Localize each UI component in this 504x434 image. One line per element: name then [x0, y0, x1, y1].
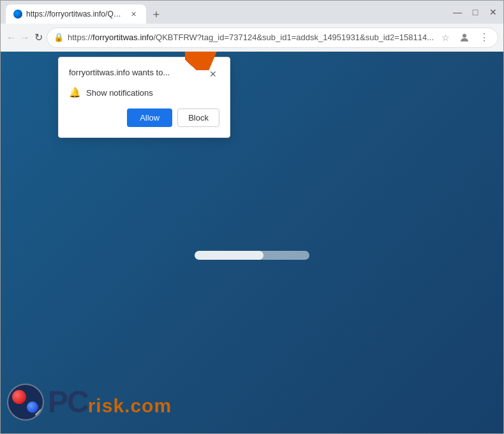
popup-buttons: Allow Block — [69, 108, 219, 127]
url-protocol: https:// — [68, 33, 93, 42]
brand-text: PC risk.com — [48, 387, 172, 417]
popup-title: forryortitwas.info wants to... — [69, 68, 207, 77]
title-bar: https://forryortitwas.info/QKBTF... ✕ + … — [1, 1, 503, 24]
tab-favicon — [13, 10, 22, 19]
progress-bar — [195, 251, 309, 260]
notification-row: 🔔 Show notifications — [69, 87, 219, 98]
page-background: forryortitwas.info wants to... ✕ 🔔 Show … — [1, 52, 503, 433]
profile-button[interactable] — [457, 30, 472, 45]
forward-button[interactable]: → — [19, 27, 30, 48]
notification-label: Show notifications — [86, 88, 153, 98]
new-tab-button[interactable]: + — [147, 6, 165, 24]
page-content: forryortitwas.info wants to... ✕ 🔔 Show … — [1, 52, 503, 433]
minimize-button[interactable]: — — [452, 7, 463, 17]
url-path: /QKBTFRW?tag_id=737124&sub_id1=addsk_149… — [153, 33, 434, 42]
menu-button[interactable]: ⋮ — [476, 30, 491, 45]
bookmark-button[interactable]: ☆ — [438, 30, 453, 45]
url-text: https://forryortitwas.info/QKBTFRW?tag_i… — [68, 33, 434, 42]
navigation-bar: ← → ↻ 🔒 https://forryortitwas.info/QKBTF… — [1, 24, 503, 52]
notification-popup: forryortitwas.info wants to... ✕ 🔔 Show … — [58, 57, 230, 138]
tab-bar: https://forryortitwas.info/QKBTF... ✕ + — [6, 1, 165, 24]
svg-point-0 — [463, 34, 466, 38]
watermark: PC risk.com — [7, 384, 172, 421]
popup-close-button[interactable]: ✕ — [207, 68, 219, 80]
close-button[interactable]: ✕ — [488, 7, 498, 17]
bell-icon: 🔔 — [69, 87, 81, 98]
tab-title: https://forryortitwas.info/QKBTF... — [26, 10, 124, 19]
reload-button[interactable]: ↻ — [33, 27, 44, 48]
pc-logo-text: PC — [48, 387, 88, 417]
risk-logo-text: risk.com — [88, 395, 172, 417]
allow-button[interactable]: Allow — [127, 108, 172, 127]
address-bar[interactable]: 🔒 https://forryortitwas.info/QKBTFRW?tag… — [47, 27, 498, 48]
maximize-button[interactable]: □ — [470, 7, 480, 17]
block-button[interactable]: Block — [177, 108, 219, 127]
url-site: forryortitwas.info — [93, 33, 153, 42]
lock-icon: 🔒 — [54, 33, 64, 42]
tab-close-button[interactable]: ✕ — [128, 9, 138, 19]
active-tab[interactable]: https://forryortitwas.info/QKBTF... ✕ — [6, 4, 146, 24]
window-controls: — □ ✕ — [452, 1, 498, 24]
popup-header: forryortitwas.info wants to... ✕ — [69, 68, 219, 80]
progress-bar-container — [195, 251, 309, 260]
back-button[interactable]: ← — [6, 27, 17, 48]
browser-window: https://forryortitwas.info/QKBTF... ✕ + … — [0, 0, 504, 434]
pc-logo-circle — [7, 384, 44, 421]
